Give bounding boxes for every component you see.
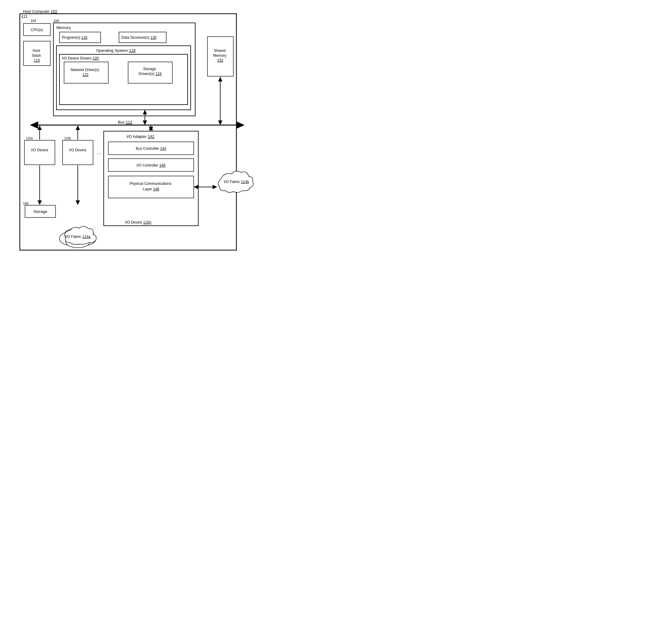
busctrl-label: Bus Controller 144: [136, 146, 166, 151]
iodevice-a-label: I/O Device: [31, 148, 48, 152]
iodevice-b-ref: 110b: [64, 137, 71, 140]
ioctrl-label: I/O Controller 146: [137, 163, 166, 167]
datastructs-label: Data Structure(s) 126: [121, 35, 157, 40]
memory-ref: 106: [53, 19, 59, 23]
iodevice-b-label: I/O Device: [69, 148, 86, 152]
storage-label: Storage: [33, 209, 47, 214]
storage-ref: 108: [23, 201, 28, 205]
iodevice-a-ref: 110a: [26, 137, 33, 140]
iodd-label: I/O Device Drivers 120: [62, 56, 99, 61]
svg-rect-21: [24, 140, 55, 165]
cpu-label: CPU(s): [31, 28, 43, 32]
cpu-ref: 104: [30, 19, 36, 23]
ref-111: 111: [21, 14, 27, 19]
programs-label: Program(s) 116: [62, 35, 88, 40]
svg-rect-22: [63, 140, 93, 165]
os-label: Operating System 118: [96, 48, 136, 53]
iofabric-a-label: I/O Fabric 114a: [65, 235, 91, 239]
dots: ...: [97, 150, 101, 155]
ioadapter-inner-label: I/O Device 110n: [125, 220, 151, 224]
host-computer-label: Host Computer 102: [23, 9, 57, 14]
bus-label: Bus 112: [118, 120, 133, 124]
svg-marker-14: [236, 121, 245, 129]
ioadapter-label: I/O Adapter 142: [126, 134, 154, 139]
memory-label: Memory: [56, 25, 71, 30]
iofabric-b-label: I/O Fabric 114b: [224, 180, 249, 184]
